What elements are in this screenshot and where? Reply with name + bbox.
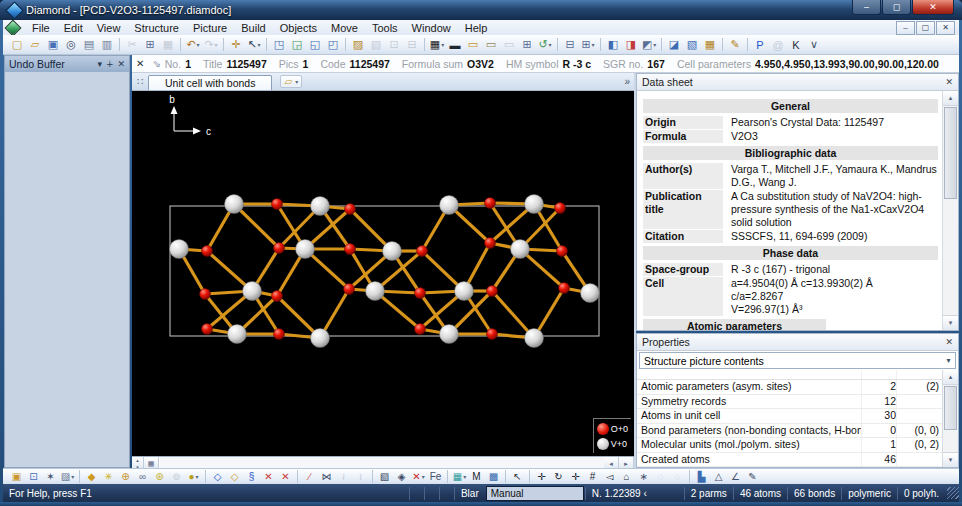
zoom-mode-icon[interactable]: # [584, 470, 601, 484]
destroy-objects-icon[interactable]: ✕ [410, 470, 427, 484]
menu-file[interactable]: File [25, 21, 57, 35]
scroll-up-icon[interactable]: ▴ [943, 91, 958, 106]
add-atom-group-icon[interactable]: ✳ [100, 470, 117, 484]
connect-atoms-icon[interactable]: ∞ [134, 470, 151, 484]
bond-groups-icon[interactable]: ⋈ [318, 470, 335, 484]
menu-tools[interactable]: Tools [365, 21, 405, 35]
resize-grip-icon[interactable] [947, 487, 959, 499]
properties-selector[interactable]: Structure picture contents ▾ [639, 352, 956, 369]
new-document-icon[interactable]: ▢ [8, 37, 26, 53]
find-icon[interactable]: ◎ [62, 37, 80, 53]
undo-icon[interactable]: ↶ [184, 37, 202, 53]
save-icon[interactable]: ▣ [44, 37, 62, 53]
maximize-button[interactable]: ◻ [882, 0, 911, 15]
new-picture-icon[interactable]: ▭ [464, 37, 482, 53]
default-view-icon[interactable]: ⌂ [618, 470, 635, 484]
minimize-button[interactable]: – [852, 0, 881, 15]
close-icon[interactable]: ✕ [117, 59, 125, 69]
distance-chart-icon[interactable]: ◪ [665, 37, 683, 53]
data-table-icon[interactable]: ▦ [428, 37, 446, 53]
mdi-minimize-button[interactable]: – [896, 21, 915, 35]
print-preview-icon[interactable]: ▤ [80, 37, 98, 53]
slab-icon[interactable]: § [243, 470, 260, 484]
navigation-pane-icon[interactable]: ◧ [604, 37, 622, 53]
fe-label-icon[interactable]: Fe [427, 470, 444, 484]
open-icon[interactable]: ▱ [26, 37, 44, 53]
menu-help[interactable]: Help [458, 21, 495, 35]
menu-picture[interactable]: Picture [186, 21, 234, 35]
material-m-icon[interactable]: M [468, 470, 485, 484]
picture-gallery-icon[interactable]: ⊞ [518, 37, 536, 53]
create-bonds-icon[interactable]: ∕ [301, 470, 318, 484]
presentation-icon[interactable]: ▬ [446, 37, 464, 53]
coordination-sphere-icon[interactable]: ◇ [209, 470, 226, 484]
rotate-mode-icon[interactable]: ↻ [550, 470, 567, 484]
select-arrow-icon[interactable]: ↖ [245, 37, 263, 53]
picture-mode-icon[interactable]: ▨ [59, 470, 76, 484]
table-view-icon[interactable]: ▦ [701, 37, 719, 53]
spin-icon[interactable]: ∗ [635, 470, 652, 484]
scroll-down-icon[interactable]: ▾ [943, 315, 958, 330]
angle-measure-icon[interactable]: ∠ [727, 470, 744, 484]
panel-menu-icon[interactable]: ▾ [97, 59, 102, 69]
pin-icon[interactable]: ∔ [106, 59, 114, 69]
scroll-up-icon[interactable]: ▴ [943, 370, 958, 385]
duplicate-picture-icon[interactable]: ▭ [482, 37, 500, 53]
toolbar-options-icon[interactable]: ∨ [805, 37, 823, 53]
menu-objects[interactable]: Objects [273, 21, 324, 35]
structure-canvas[interactable]: b c O+0V+0 [132, 91, 634, 456]
build-icon[interactable]: ✶ [42, 470, 59, 484]
powder-pattern-icon[interactable]: ▧ [683, 37, 701, 53]
layout-pane-icon[interactable]: ◩ [640, 37, 658, 53]
scrollbar-thumb[interactable] [944, 107, 957, 199]
add-ion-icon[interactable]: ⊕ [117, 470, 134, 484]
picture-history-icon[interactable]: ↺ [536, 37, 554, 53]
undo-buffer-header[interactable]: Undo Buffer ▾ ∔ ✕ [5, 56, 129, 72]
histogram-icon[interactable]: ▙ [693, 470, 710, 484]
scroll-down-icon[interactable]: ▾ [943, 452, 958, 467]
data-sheet-pane-icon[interactable]: ◨ [622, 37, 640, 53]
menu-structure[interactable]: Structure [127, 21, 186, 35]
pane-grid-icon[interactable]: ∷ [132, 76, 148, 87]
add-atom-icon[interactable]: ◆ [83, 470, 100, 484]
mdi-restore-button[interactable]: ▢ [916, 21, 935, 35]
scrollbar-thumb[interactable] [944, 386, 957, 430]
close-button[interactable]: ✕ [912, 0, 954, 15]
copy-icon[interactable]: ⊞ [141, 37, 159, 53]
move-mode-icon[interactable]: ✛ [533, 470, 550, 484]
save-picture-icon[interactable]: ▨ [349, 37, 367, 53]
mdi-close-button[interactable]: ✕ [936, 21, 955, 35]
new-structure-picture-icon[interactable]: ▣ [8, 470, 25, 484]
fill-unit-cell-icon[interactable]: ● [185, 470, 202, 484]
properties-header[interactable]: Properties ✕ [637, 334, 958, 351]
picture-setup-icon[interactable]: ⊡ [25, 470, 42, 484]
record-close-icon[interactable]: ✕ [136, 58, 144, 69]
pointer-mode-icon[interactable]: ↖ [509, 470, 526, 484]
connectivity-key-icon[interactable]: K [787, 37, 805, 53]
window-split-icon[interactable]: ⊞ [579, 37, 597, 53]
picture-window-icon[interactable]: ◳ [270, 37, 288, 53]
menu-edit[interactable]: Edit [57, 21, 90, 35]
menu-build[interactable]: Build [234, 21, 272, 35]
close-icon[interactable]: ✕ [945, 77, 953, 87]
picture-new-window-icon[interactable]: ◲ [288, 37, 306, 53]
render-quality-icon[interactable]: ▩ [485, 470, 502, 484]
delete-atoms-icon[interactable]: ✕ [260, 470, 277, 484]
tab-overflow-icon[interactable]: » [624, 76, 630, 87]
cell-origin-icon[interactable]: ◈ [393, 470, 410, 484]
data-sheet-header[interactable]: Data sheet ✕ [637, 74, 958, 91]
tab-unit-cell-with-bonds[interactable]: Unit cell with bonds [148, 75, 272, 90]
properties-letter-icon[interactable]: P [751, 37, 769, 53]
record-goto-icon[interactable]: ⇘ [152, 58, 160, 69]
view-along-icon[interactable]: ◅ [601, 470, 618, 484]
coordination-polyhedron-icon[interactable]: ◇ [226, 470, 243, 484]
menu-view[interactable]: View [90, 21, 128, 35]
data-sheet-scrollbar[interactable]: ▴ ▾ [942, 91, 958, 330]
picture-maximize-icon[interactable]: ◰ [324, 37, 342, 53]
freehand-draw-icon[interactable]: ✎ [744, 470, 761, 484]
new-picture-tab-button[interactable]: ▱ ▾ [280, 75, 302, 88]
create-packing-icon[interactable]: ⊛ [151, 470, 168, 484]
distance-measure-icon[interactable]: △ [710, 470, 727, 484]
pan-icon[interactable]: ✛ [227, 37, 245, 53]
shift-mode-icon[interactable]: ✛ [567, 470, 584, 484]
